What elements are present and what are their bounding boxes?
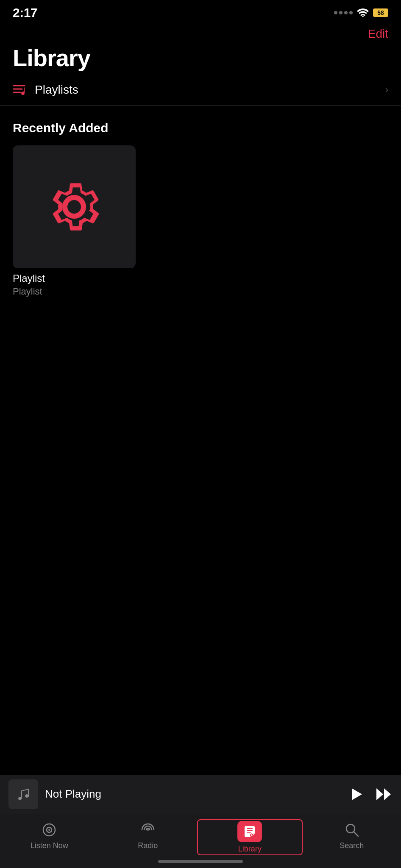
svg-point-10 — [147, 829, 149, 831]
chevron-right-icon: › — [385, 84, 388, 95]
search-icon — [344, 822, 359, 837]
tab-library-label: Library — [238, 845, 262, 854]
tab-listen-now[interactable]: Listen Now — [0, 819, 99, 850]
tab-radio-label: Radio — [138, 841, 158, 850]
svg-marker-4 — [352, 788, 362, 800]
gear-icon — [42, 175, 106, 239]
tab-radio[interactable]: Radio — [99, 819, 198, 850]
mini-player-title: Not Playing — [45, 787, 342, 801]
wifi-icon — [357, 8, 369, 17]
edit-button[interactable]: Edit — [368, 27, 388, 41]
recently-added-grid: Playlist Playlist — [0, 145, 401, 297]
album-subtitle: Playlist — [13, 286, 136, 297]
mini-player-art — [8, 779, 38, 809]
playlists-left: Playlists — [13, 83, 78, 97]
page-title: Library — [0, 41, 401, 71]
search-icon-wrap — [341, 821, 362, 839]
radio-icon — [139, 822, 157, 837]
tab-library[interactable]: Library — [197, 819, 303, 855]
tab-search-label: Search — [340, 841, 364, 850]
tab-search[interactable]: Search — [303, 819, 401, 850]
svg-line-15 — [354, 832, 358, 836]
svg-point-13 — [251, 835, 253, 836]
mini-player[interactable]: Not Playing — [0, 775, 401, 813]
music-note-icon — [16, 787, 31, 802]
battery-indicator: 58 — [373, 8, 388, 17]
album-title: Playlist — [13, 273, 136, 284]
radio-icon-wrap — [137, 821, 159, 839]
fast-forward-icon — [376, 787, 393, 802]
header-area: Edit — [0, 23, 401, 41]
library-icon-wrap — [237, 821, 262, 842]
listen-now-icon — [41, 822, 58, 837]
album-art — [13, 145, 136, 268]
svg-marker-6 — [384, 788, 391, 800]
play-button[interactable] — [348, 787, 364, 802]
playlists-label: Playlists — [35, 83, 78, 97]
playlists-icon — [13, 84, 28, 96]
tab-listen-now-label: Listen Now — [31, 841, 68, 850]
fast-forward-button[interactable] — [376, 787, 393, 802]
status-bar: 2:17 58 — [0, 0, 401, 23]
playlists-row[interactable]: Playlists › — [0, 71, 401, 106]
listen-now-icon-wrap — [39, 821, 60, 839]
svg-point-0 — [362, 16, 364, 17]
svg-marker-5 — [376, 788, 383, 800]
signal-icon — [334, 11, 353, 14]
play-icon — [348, 787, 364, 802]
recently-added-title: Recently Added — [0, 106, 401, 145]
album-item[interactable]: Playlist Playlist — [13, 145, 136, 297]
svg-point-9 — [48, 829, 50, 831]
library-icon — [243, 824, 256, 839]
home-indicator — [158, 860, 243, 863]
status-icons: 58 — [334, 8, 388, 17]
mini-player-controls — [348, 787, 393, 802]
status-time: 2:17 — [13, 6, 37, 20]
svg-point-14 — [346, 824, 355, 833]
